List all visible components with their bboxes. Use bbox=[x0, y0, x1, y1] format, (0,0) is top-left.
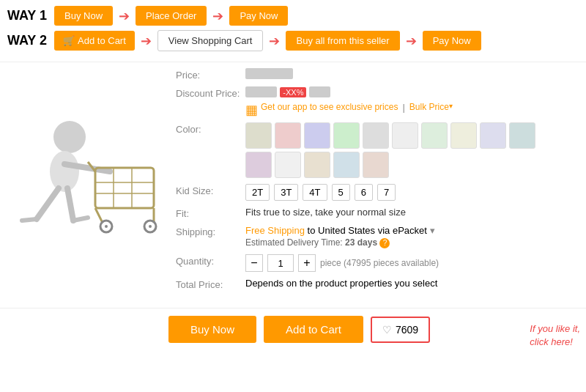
if-you-like-text: If you like it,click here! bbox=[530, 322, 580, 349]
delivery-days: 23 days bbox=[345, 237, 377, 248]
shipping-row: Shipping: Free Shipping to United States… bbox=[176, 225, 579, 248]
size-options: 2T 3T 4T 5 6 7 bbox=[245, 184, 396, 201]
svg-point-0 bbox=[53, 121, 86, 153]
qr-icon: ▦ bbox=[245, 102, 258, 118]
way1-row: WAY 1 Buy Now ➔ Place Order ➔ Pay Now bbox=[7, 6, 579, 26]
color-swatch[interactable] bbox=[333, 122, 360, 149]
quantity-input[interactable] bbox=[267, 254, 294, 272]
svg-rect-7 bbox=[95, 168, 154, 208]
separator: | bbox=[402, 102, 404, 113]
fit-value: Fits true to size, take your normal size bbox=[245, 207, 579, 218]
way1-label: WAY 1 bbox=[7, 8, 47, 23]
app-promo-row: ▦ Get our app to see exclusive prices | … bbox=[245, 102, 579, 118]
color-row: Color: bbox=[176, 122, 579, 178]
arrow5-icon: ➔ bbox=[406, 33, 417, 49]
price-label: Price: bbox=[176, 68, 245, 81]
color-swatch[interactable] bbox=[450, 122, 477, 149]
ship-chevron-icon[interactable]: ▾ bbox=[430, 225, 435, 236]
product-info: Price: Discount Price: -XX% ▦ Get our ap… bbox=[168, 68, 579, 296]
svg-line-3 bbox=[37, 188, 59, 219]
arrow2-icon: ➔ bbox=[212, 8, 223, 24]
ship-to-text: to United States via ePacket bbox=[308, 225, 427, 236]
svg-line-5 bbox=[67, 188, 73, 221]
shipping-value: Free Shipping to United States via ePack… bbox=[245, 225, 579, 248]
way1-place-order-button[interactable]: Place Order bbox=[136, 6, 207, 26]
color-swatch[interactable] bbox=[275, 122, 301, 149]
quantity-label: Quantity: bbox=[176, 254, 245, 267]
color-swatch[interactable] bbox=[333, 152, 360, 178]
way2-add-to-cart-button[interactable]: 🛒 Add to Cart bbox=[54, 31, 135, 51]
size-4t[interactable]: 4T bbox=[303, 184, 327, 201]
fit-row: Fit: Fits true to size, take your normal… bbox=[176, 207, 579, 219]
svg-line-4 bbox=[22, 219, 37, 221]
delivery-row: Estimated Delivery Time: 23 days ? bbox=[245, 237, 579, 248]
bulk-price-link[interactable]: Bulk Price bbox=[409, 102, 449, 112]
color-swatch[interactable] bbox=[363, 152, 389, 178]
cart-icon: 🛒 bbox=[63, 35, 75, 46]
discount-badge: -XX% bbox=[280, 87, 306, 97]
app-promo-link[interactable]: Get our app to see exclusive prices bbox=[261, 102, 398, 112]
info-icon[interactable]: ? bbox=[379, 238, 390, 248]
discount-row: Discount Price: -XX% bbox=[176, 86, 579, 99]
way1-buy-now-button[interactable]: Buy Now bbox=[54, 6, 113, 26]
quantity-controls: − + piece (47995 pieces available) bbox=[245, 254, 439, 272]
color-swatch[interactable] bbox=[392, 122, 418, 149]
way2-add-cart-label: Add to Cart bbox=[78, 35, 126, 46]
arrow4-icon: ➔ bbox=[269, 33, 280, 49]
kid-size-row: Kid Size: 2T 3T 4T 5 6 7 bbox=[176, 184, 579, 201]
fit-label: Fit: bbox=[176, 207, 245, 219]
color-swatch[interactable] bbox=[509, 122, 535, 149]
delivery-label: Estimated Delivery Time: bbox=[245, 237, 343, 248]
way2-row: WAY 2 🛒 Add to Cart ➔ View Shopping Cart… bbox=[7, 30, 579, 51]
way2-pay-now-button[interactable]: Pay Now bbox=[423, 31, 481, 51]
like-button[interactable]: ♡ 7609 bbox=[371, 317, 430, 343]
quantity-available: piece (47995 pieces available) bbox=[320, 258, 439, 268]
add-to-cart-button[interactable]: Add to Cart bbox=[264, 316, 363, 343]
svg-point-1 bbox=[50, 151, 79, 192]
discount-blurred2 bbox=[309, 86, 330, 97]
arrow1-icon: ➔ bbox=[119, 8, 130, 24]
total-price-row: Total Price: Depends on the product prop… bbox=[176, 278, 579, 290]
quantity-plus-button[interactable]: + bbox=[298, 254, 316, 272]
color-swatch[interactable] bbox=[363, 122, 389, 149]
shipping-label: Shipping: bbox=[176, 225, 245, 237]
discount-label: Discount Price: bbox=[176, 86, 245, 99]
color-swatch[interactable] bbox=[304, 122, 330, 149]
size-6[interactable]: 6 bbox=[355, 184, 373, 201]
buy-now-button[interactable]: Buy Now bbox=[168, 316, 256, 343]
svg-line-13 bbox=[95, 208, 103, 223]
color-swatches bbox=[245, 122, 553, 178]
size-7[interactable]: 7 bbox=[377, 184, 396, 201]
svg-point-17 bbox=[105, 225, 108, 228]
total-label: Total Price: bbox=[176, 278, 245, 290]
size-3t[interactable]: 3T bbox=[274, 184, 298, 201]
color-swatch[interactable] bbox=[304, 152, 330, 178]
svg-point-18 bbox=[149, 225, 152, 228]
way1-pay-now-button[interactable]: Pay Now bbox=[229, 6, 288, 26]
color-swatch[interactable] bbox=[245, 152, 272, 178]
bulk-chevron-icon: ▾ bbox=[449, 102, 453, 110]
total-value: Depends on the product properties you se… bbox=[245, 278, 579, 289]
size-2t[interactable]: 2T bbox=[245, 184, 270, 201]
heart-icon: ♡ bbox=[382, 324, 392, 336]
color-label: Color: bbox=[176, 122, 245, 135]
color-swatch[interactable] bbox=[245, 122, 272, 149]
footer-actions: Buy Now Add to Cart ♡ 7609 If you like i… bbox=[0, 308, 586, 350]
price-value bbox=[245, 68, 579, 79]
buy-all-from-seller-button[interactable]: Buy all from this seller bbox=[286, 31, 399, 51]
color-swatch[interactable] bbox=[480, 122, 506, 149]
arrow3-icon: ➔ bbox=[141, 33, 152, 49]
color-swatch[interactable] bbox=[421, 122, 448, 149]
free-shipping-text: Free Shipping bbox=[245, 225, 305, 236]
svg-line-6 bbox=[73, 218, 88, 221]
quantity-minus-button[interactable]: − bbox=[245, 254, 263, 272]
way2-label: WAY 2 bbox=[7, 33, 47, 48]
main-content: Price: Discount Price: -XX% ▦ Get our ap… bbox=[0, 62, 586, 302]
discount-blurred bbox=[245, 86, 277, 97]
color-swatch[interactable] bbox=[275, 152, 301, 178]
size-5[interactable]: 5 bbox=[332, 184, 350, 201]
discount-value: -XX% bbox=[245, 86, 579, 97]
product-image bbox=[7, 68, 168, 296]
view-shopping-cart-button[interactable]: View Shopping Cart bbox=[157, 30, 264, 51]
price-row: Price: bbox=[176, 68, 579, 81]
